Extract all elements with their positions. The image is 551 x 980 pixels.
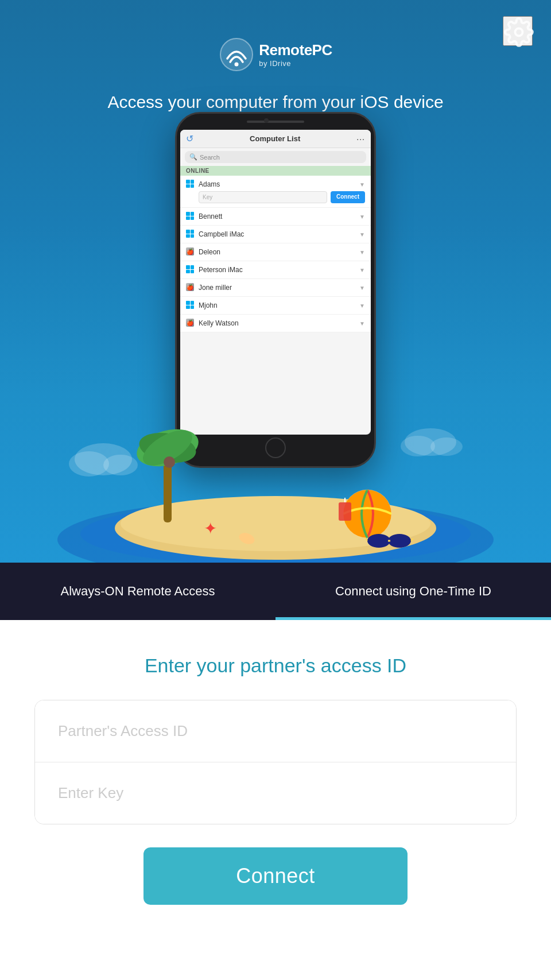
- chevron-icon: ▼: [359, 267, 365, 273]
- hero-section: RemotePC by IDrive Access your computer …: [0, 0, 551, 563]
- tab-always-on-label: Always-ON Remote Access: [61, 583, 215, 600]
- phone-screen: ↺ Computer List ··· 🔍 Search ONLINE: [180, 130, 371, 435]
- chevron-icon: ▼: [359, 285, 365, 291]
- tab-active-indicator: [276, 617, 551, 620]
- chevron-icon: ▼: [359, 214, 365, 220]
- online-label: ONLINE: [180, 166, 371, 176]
- computer-item-adams: Adams ▼ Key Connect: [180, 176, 371, 208]
- computer-item-mjohn: Mjohn ▼: [180, 297, 371, 315]
- computer-name: Jone miller: [199, 284, 359, 292]
- remotepc-logo-icon: [219, 37, 254, 72]
- key-input: Key: [199, 191, 327, 203]
- mac-icon: 🍎: [186, 283, 195, 292]
- computer-name: Mjohn: [199, 301, 359, 309]
- phone-camera: [264, 118, 269, 123]
- computer-item-bennett: Bennett ▼: [180, 208, 371, 226]
- logo-area: RemotePC by IDrive: [218, 34, 333, 75]
- hero-tagline: Access your computer from your iOS devic…: [84, 91, 466, 113]
- search-placeholder: Search: [200, 154, 220, 161]
- computer-item-peterson: Peterson iMac ▼: [180, 261, 371, 279]
- computer-name: Peterson iMac: [199, 266, 359, 274]
- svg-text:✦: ✦: [204, 520, 217, 537]
- input-card: [34, 700, 517, 824]
- windows-icon: [186, 212, 195, 221]
- screen-title: Computer List: [193, 134, 356, 143]
- svg-point-2: [235, 63, 239, 67]
- screen-search: 🔍 Search: [185, 151, 366, 163]
- computer-item-deleon: 🍎 Deleon ▼: [180, 243, 371, 261]
- tab-one-time-label: Connect using One-Time ID: [335, 583, 491, 600]
- windows-icon: [186, 180, 195, 189]
- logo: RemotePC by IDrive: [218, 34, 333, 75]
- computer-name: Campbell iMac: [199, 230, 359, 238]
- logo-brand: RemotePC: [259, 41, 332, 59]
- svg-point-27: [401, 436, 435, 456]
- svg-rect-16: [339, 502, 351, 521]
- windows-icon: [186, 230, 195, 239]
- screen-header: ↺ Computer List ···: [180, 130, 371, 148]
- logo-sub: by IDrive: [259, 59, 291, 68]
- svg-point-19: [388, 534, 411, 548]
- access-id-input[interactable]: [35, 700, 516, 762]
- svg-point-11: [164, 456, 175, 468]
- tab-one-time[interactable]: Connect using One-Time ID: [276, 563, 551, 620]
- computer-name: Bennett: [199, 212, 359, 220]
- tab-always-on[interactable]: Always-ON Remote Access: [0, 563, 276, 620]
- svg-point-18: [367, 534, 390, 548]
- chevron-icon: ▼: [359, 320, 365, 327]
- connect-button-mini: Connect: [331, 191, 365, 203]
- mac-icon: 🍎: [186, 247, 195, 257]
- svg-point-24: [69, 451, 109, 477]
- computer-name: Adams: [199, 180, 359, 188]
- computer-name: Deleon: [199, 248, 359, 256]
- computer-item-jone: 🍎 Jone miller ▼: [180, 279, 371, 297]
- chevron-icon: ▼: [359, 231, 365, 238]
- tab-bar: Always-ON Remote Access Connect using On…: [0, 563, 551, 620]
- mac-icon: 🍎: [186, 319, 195, 328]
- computer-item-campbell: Campbell iMac ▼: [180, 226, 371, 243]
- phone-notch: [247, 121, 304, 123]
- chevron-icon: ▼: [359, 181, 365, 188]
- island-scene: ✦: [0, 390, 551, 563]
- svg-point-0: [515, 29, 523, 36]
- chevron-icon: ▼: [359, 249, 365, 255]
- connect-button[interactable]: Connect: [143, 847, 408, 905]
- chevron-icon: ▼: [359, 303, 365, 309]
- windows-icon: [186, 265, 195, 274]
- windows-icon: [186, 301, 195, 310]
- menu-icon: ···: [356, 134, 365, 144]
- logo-text: RemotePC by IDrive: [259, 41, 332, 68]
- partner-title: Enter your partner's access ID: [145, 654, 406, 677]
- computer-item-kelly: 🍎 Kelly Watson ▼: [180, 315, 371, 332]
- svg-point-28: [430, 437, 463, 456]
- svg-point-25: [103, 455, 138, 475]
- main-content: Enter your partner's access ID Connect: [0, 620, 551, 980]
- computer-name: Kelly Watson: [199, 319, 359, 327]
- search-icon: 🔍: [189, 153, 197, 161]
- settings-button[interactable]: [503, 16, 533, 46]
- back-icon: ↺: [186, 133, 193, 144]
- key-input[interactable]: [35, 762, 516, 824]
